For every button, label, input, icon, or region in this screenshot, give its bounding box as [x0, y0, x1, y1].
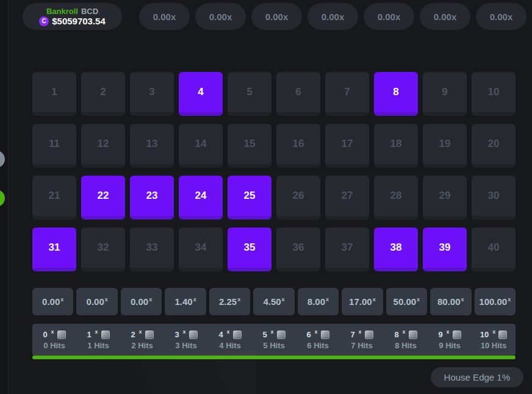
- payout-multiplier-0: 0.00x: [32, 288, 73, 315]
- payout-multiplier-5: 4.50x: [253, 288, 294, 315]
- keno-tile-6[interactable]: 6: [276, 72, 320, 116]
- keno-tile-16[interactable]: 16: [276, 124, 320, 168]
- keno-tile-2[interactable]: 2: [81, 72, 125, 116]
- payout-multiplier-7: 17.00x: [342, 288, 383, 315]
- hits-legend-col-1: 1x1 Hits: [76, 324, 120, 356]
- gem-icon: [233, 331, 242, 339]
- hits-count-value: 5: [262, 331, 267, 338]
- multiply-symbol: x: [149, 296, 152, 303]
- multiply-symbol: x: [417, 296, 420, 303]
- hits-legend-col-6: 6x6 Hits: [296, 324, 340, 356]
- hits-label: 7 Hits: [351, 342, 372, 349]
- payout-multiplier-value: 100.00: [479, 296, 507, 307]
- house-edge-button[interactable]: House Edge 1%: [431, 367, 523, 387]
- keno-tile-35[interactable]: 35: [228, 227, 271, 271]
- hits-count-row: 7x: [350, 331, 373, 339]
- multiply-symbol: x: [105, 296, 108, 303]
- keno-tile-4[interactable]: 4: [179, 72, 223, 116]
- hits-legend-col-3: 3x3 Hits: [164, 324, 208, 356]
- payout-multiplier-6: 8.00x: [298, 288, 339, 315]
- keno-tile-32[interactable]: 32: [81, 227, 125, 271]
- keno-tile-17[interactable]: 17: [325, 124, 369, 168]
- multiply-symbol: x: [461, 296, 464, 303]
- keno-tile-22[interactable]: 22: [81, 176, 125, 220]
- hits-legend-col-7: 7x7 Hits: [340, 324, 384, 356]
- hits-label: 5 Hits: [263, 342, 284, 349]
- hits-label: 9 Hits: [439, 342, 460, 349]
- keno-tile-28[interactable]: 28: [374, 176, 418, 220]
- multiply-symbol: x: [51, 328, 54, 336]
- hits-label: 2 Hits: [131, 342, 153, 349]
- hits-count-value: 10: [480, 331, 489, 338]
- bankroll-display[interactable]: Bankroll BCD C $5059703.54: [23, 3, 122, 30]
- keno-tile-26[interactable]: 26: [276, 176, 320, 220]
- keno-tile-19[interactable]: 19: [423, 124, 467, 168]
- bankroll-amount: $5059703.54: [52, 16, 106, 26]
- keno-tile-9[interactable]: 9: [423, 72, 467, 116]
- payout-multiplier-value: 2.25: [219, 296, 237, 307]
- keno-tile-34[interactable]: 34: [179, 227, 223, 271]
- multiply-symbol: x: [60, 296, 63, 303]
- payout-multiplier-10: 100.00x: [475, 288, 516, 315]
- keno-tile-21[interactable]: 21: [32, 176, 76, 220]
- keno-tile-37[interactable]: 37: [325, 227, 369, 271]
- recent-result-pill-5: 0.00x: [420, 3, 470, 30]
- gem-icon: [189, 331, 198, 339]
- payout-multiplier-value: 0.00: [131, 296, 148, 307]
- keno-tile-7[interactable]: 7: [325, 72, 369, 116]
- keno-tile-10[interactable]: 10: [472, 72, 516, 116]
- hits-legend-col-10: 10x10 Hits: [472, 324, 516, 356]
- keno-tile-11[interactable]: 11: [32, 124, 76, 168]
- hits-count-row: 0x: [43, 331, 65, 339]
- hits-legend-col-0: 0x0 Hits: [32, 324, 76, 356]
- keno-tile-20[interactable]: 20: [472, 124, 516, 168]
- keno-tile-15[interactable]: 15: [228, 124, 271, 168]
- hits-count-row: 2x: [131, 331, 153, 339]
- hits-count-value: 2: [131, 331, 135, 338]
- keno-tile-29[interactable]: 29: [423, 176, 467, 220]
- hits-count-value: 3: [174, 331, 179, 338]
- hits-count-value: 6: [306, 331, 311, 338]
- keno-tile-31[interactable]: 31: [32, 227, 76, 271]
- keno-tile-8[interactable]: 8: [374, 72, 418, 116]
- multiply-symbol: x: [447, 328, 450, 336]
- keno-tile-27[interactable]: 27: [325, 176, 369, 220]
- hits-count-row: 8x: [394, 331, 417, 339]
- hits-count-value: 7: [350, 331, 354, 338]
- keno-tile-18[interactable]: 18: [374, 124, 418, 168]
- keno-tile-30[interactable]: 30: [472, 176, 516, 220]
- hits-count-row: 5x: [262, 331, 285, 339]
- keno-tile-25[interactable]: 25: [228, 176, 271, 220]
- hits-count-row: 10x: [480, 331, 507, 339]
- keno-tile-3[interactable]: 3: [130, 72, 174, 116]
- payout-multiplier-value: 0.00: [42, 296, 60, 307]
- multiply-symbol: x: [403, 328, 406, 336]
- payout-multiplier-row: 0.00x0.00x0.00x1.40x2.25x4.50x8.00x17.00…: [32, 288, 516, 315]
- keno-tile-38[interactable]: 38: [374, 227, 418, 271]
- keno-tile-13[interactable]: 13: [130, 124, 174, 168]
- gem-icon: [277, 331, 286, 339]
- keno-tile-39[interactable]: 39: [423, 227, 467, 271]
- keno-tile-1[interactable]: 1: [32, 72, 76, 116]
- keno-tile-12[interactable]: 12: [81, 124, 125, 168]
- payout-multiplier-value: 80.00: [437, 296, 461, 307]
- recent-result-pill-6: 0.00x: [476, 3, 527, 30]
- bankroll-label: Bankroll: [46, 7, 78, 16]
- keno-tile-36[interactable]: 36: [276, 227, 320, 271]
- bankroll-currency: BCD: [81, 7, 98, 16]
- top-bar: Bankroll BCD C $5059703.54 0.00x0.00x0.0…: [23, 3, 527, 30]
- keno-tile-24[interactable]: 24: [179, 176, 223, 220]
- keno-tile-14[interactable]: 14: [179, 124, 223, 168]
- hits-legend-col-9: 9x9 Hits: [428, 324, 472, 356]
- hits-label: 4 Hits: [219, 342, 240, 349]
- keno-tile-5[interactable]: 5: [228, 72, 271, 116]
- gem-icon: [365, 331, 373, 339]
- house-edge-label: House Edge 1%: [444, 372, 510, 382]
- keno-tile-33[interactable]: 33: [130, 227, 174, 271]
- keno-tile-40[interactable]: 40: [472, 227, 516, 271]
- payout-multiplier-8: 50.00x: [386, 288, 427, 315]
- keno-game-screen: Bankroll BCD C $5059703.54 0.00x0.00x0.0…: [0, 0, 532, 394]
- keno-tile-23[interactable]: 23: [130, 176, 174, 220]
- keno-board: 1234567891011121314151617181920212223242…: [32, 72, 516, 271]
- sidebar-peek-circle-green: [0, 190, 5, 207]
